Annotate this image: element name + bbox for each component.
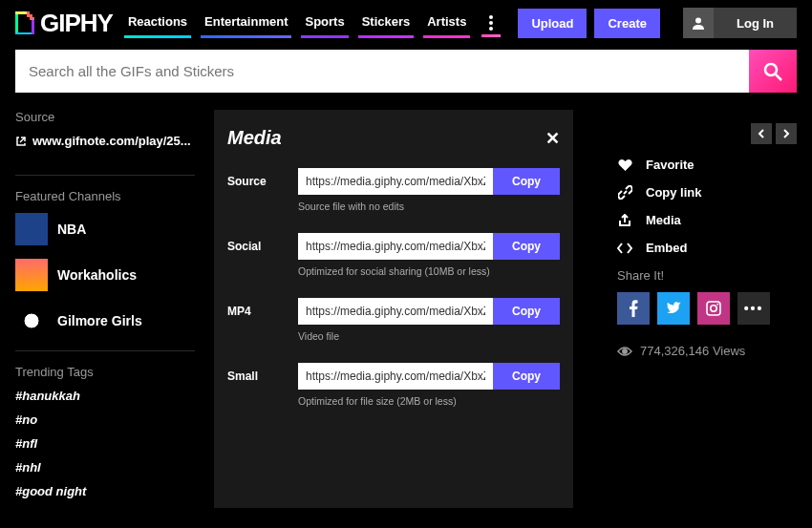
svg-rect-0 — [15, 13, 18, 32]
share-facebook-button[interactable] — [617, 292, 650, 325]
featured-channels-label: Featured Channels — [15, 189, 195, 203]
channel-name: Workaholics — [57, 267, 137, 283]
external-link-icon — [15, 136, 27, 147]
channel-name: NBA — [57, 222, 86, 237]
nav-artists[interactable]: Artists — [423, 9, 470, 38]
svg-rect-2 — [32, 19, 34, 34]
embed-icon — [617, 243, 632, 254]
action-label: Copy link — [646, 185, 702, 200]
media-url-input[interactable] — [298, 233, 493, 260]
copy-button[interactable]: Copy — [493, 168, 560, 195]
svg-line-12 — [776, 74, 781, 80]
avatar-icon — [683, 8, 714, 38]
close-icon[interactable]: ✕ — [545, 128, 560, 149]
share-twitter-button[interactable] — [657, 292, 690, 325]
heart-icon — [617, 158, 632, 172]
media-row-mp4: MP4 Copy Video file — [227, 298, 560, 342]
share-row: ••• — [617, 292, 797, 325]
media-row-small: Small Copy Optimized for file size (2MB … — [227, 363, 560, 407]
logo-icon — [15, 11, 34, 34]
svg-point-14 — [711, 306, 716, 311]
channel-name: Gilmore Girls — [57, 313, 142, 328]
channel-item-workaholics[interactable]: Workaholics — [15, 259, 195, 291]
source-url: www.gifnote.com/play/25... — [32, 134, 191, 148]
copy-button[interactable]: Copy — [493, 233, 560, 260]
channel-thumb — [15, 259, 48, 291]
search-button[interactable] — [749, 50, 797, 93]
source-label: Source — [15, 110, 195, 124]
tag-item[interactable]: #good night — [15, 484, 195, 498]
svg-rect-1 — [15, 32, 32, 34]
share-label: Share It! — [617, 268, 797, 283]
tag-item[interactable]: #nfl — [15, 436, 195, 451]
source-link[interactable]: www.gifnote.com/play/25... — [15, 134, 195, 148]
views-count: 774,326,146 Views — [617, 344, 797, 358]
nav-sports[interactable]: Sports — [301, 9, 348, 38]
channel-item-nba[interactable]: NBA — [15, 213, 195, 245]
copy-button[interactable]: Copy — [493, 298, 560, 325]
media-hint: Source file with no edits — [298, 201, 560, 212]
search-input[interactable] — [15, 50, 749, 93]
nav: Reactions Entertainment Sports Stickers … — [124, 9, 471, 38]
pager-next-button[interactable] — [776, 123, 797, 144]
views-text: 774,326,146 Views — [640, 344, 745, 358]
tag-item[interactable]: #no — [15, 412, 195, 427]
trending-tags-label: Trending Tags — [15, 365, 195, 379]
media-header: Media ✕ — [227, 127, 560, 149]
search-icon — [762, 61, 783, 82]
svg-point-7 — [489, 15, 493, 19]
svg-point-15 — [716, 304, 718, 306]
action-embed[interactable]: Embed — [617, 241, 797, 255]
media-hint: Optimized for social sharing (10MB or le… — [298, 265, 560, 277]
tag-item[interactable]: #nhl — [15, 460, 195, 475]
action-media[interactable]: Media — [617, 213, 797, 227]
media-url-input[interactable] — [298, 298, 493, 325]
svg-point-8 — [489, 21, 493, 25]
header: GIPHY Reactions Entertainment Sports Sti… — [0, 0, 812, 46]
svg-point-9 — [489, 27, 493, 31]
link-icon — [617, 185, 632, 200]
chevron-left-icon — [758, 129, 765, 138]
svg-rect-6 — [30, 17, 34, 20]
channel-item-gilmore[interactable]: Gilmore Girls — [15, 305, 195, 337]
create-button[interactable]: Create — [594, 9, 659, 38]
action-copy-link[interactable]: Copy link — [617, 185, 797, 200]
media-url-input[interactable] — [298, 363, 493, 390]
svg-point-16 — [623, 348, 627, 352]
media-hint: Video file — [298, 330, 560, 342]
media-hint: Optimized for file size (2MB or less) — [298, 395, 560, 407]
svg-point-10 — [695, 18, 701, 24]
nav-more-button[interactable] — [481, 9, 501, 37]
chevron-right-icon — [782, 129, 790, 138]
content: Source www.gifnote.com/play/25... Featur… — [0, 110, 812, 508]
logo-text: GIPHY — [40, 9, 113, 38]
nav-reactions[interactable]: Reactions — [124, 9, 191, 38]
login-box[interactable]: Log In — [683, 8, 797, 38]
copy-button[interactable]: Copy — [493, 363, 560, 390]
action-label: Favorite — [646, 158, 694, 172]
media-url-input[interactable] — [298, 168, 493, 195]
nav-entertainment[interactable]: Entertainment — [201, 9, 291, 38]
login-button[interactable]: Log In — [714, 9, 797, 38]
facebook-icon — [629, 300, 638, 317]
svg-rect-4 — [27, 11, 30, 14]
pager — [617, 123, 797, 144]
divider — [15, 350, 195, 351]
media-label: Social — [227, 240, 298, 253]
nav-stickers[interactable]: Stickers — [358, 9, 415, 38]
svg-rect-5 — [27, 14, 32, 17]
pager-prev-button[interactable] — [751, 123, 772, 144]
tag-item[interactable]: #hanukkah — [15, 389, 195, 403]
media-row-social: Social Copy Optimized for social sharing… — [227, 233, 560, 277]
header-buttons: Upload Create — [518, 9, 660, 38]
action-favorite[interactable]: Favorite — [617, 158, 797, 172]
right-sidebar: Favorite Copy link Media Embed Share It! — [592, 110, 797, 508]
media-label: Small — [227, 370, 298, 383]
media-title: Media — [227, 127, 282, 149]
share-icon — [617, 214, 632, 227]
share-more-button[interactable]: ••• — [737, 292, 770, 325]
share-instagram-button[interactable] — [697, 292, 730, 325]
upload-button[interactable]: Upload — [518, 9, 587, 38]
logo[interactable]: GIPHY — [15, 9, 113, 38]
media-row-source: Source Copy Source file with no edits — [227, 168, 560, 212]
